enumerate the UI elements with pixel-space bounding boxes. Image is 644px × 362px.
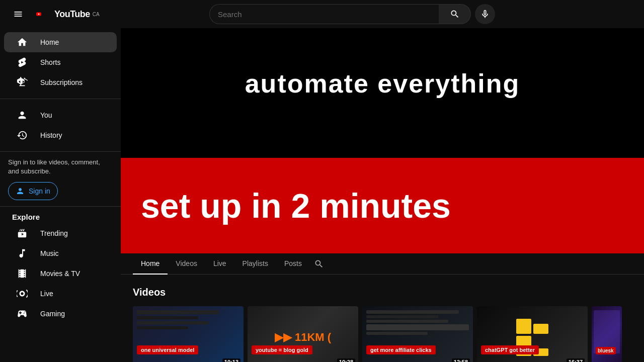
person-icon bbox=[16, 109, 28, 121]
tab-playlists[interactable]: Playlists bbox=[234, 253, 276, 275]
shorts-icon bbox=[16, 56, 28, 68]
videos-section-title: Videos bbox=[133, 287, 632, 298]
youtube-logo[interactable]: YouTubeCA bbox=[36, 9, 100, 20]
tab-videos[interactable]: Videos bbox=[168, 253, 205, 275]
mic-button[interactable] bbox=[475, 4, 495, 24]
video-thumb-2: ▶▶ 11KM ( youtube = blog gold 10:28 bbox=[248, 306, 358, 362]
movies-icon bbox=[16, 267, 28, 280]
sidebar-item-subscriptions[interactable]: Subscriptions bbox=[4, 72, 117, 93]
videos-section: Videos one universal model 10:13 bbox=[121, 275, 644, 362]
video-card-1[interactable]: one universal model 10:13 bbox=[133, 306, 244, 362]
sidebar: Home Shorts Subscriptions You History bbox=[0, 28, 121, 362]
sidebar-item-movies[interactable]: Movies & TV bbox=[4, 263, 117, 284]
sidebar-item-you-label: You bbox=[40, 111, 52, 119]
video-thumb-4: chatGPT got better 16:37 bbox=[477, 306, 588, 362]
sidebar-divider-1 bbox=[0, 99, 121, 99]
sidebar-item-home[interactable]: Home bbox=[4, 32, 117, 52]
search-icon bbox=[450, 9, 460, 19]
signin-button[interactable]: Sign in bbox=[8, 182, 58, 200]
sidebar-item-music[interactable]: Music bbox=[4, 243, 117, 263]
video-badge-3: get more affiliate clicks bbox=[366, 345, 436, 354]
menu-button[interactable] bbox=[8, 4, 28, 24]
hamburger-icon bbox=[13, 9, 23, 19]
video-badge-1: one universal model bbox=[137, 345, 198, 354]
live-icon bbox=[16, 288, 28, 300]
layout: Home Shorts Subscriptions You History bbox=[0, 28, 644, 362]
mic-icon bbox=[480, 9, 490, 19]
video-grid: one universal model 10:13 ▶▶ 11KM ( yout… bbox=[133, 306, 632, 362]
trending-icon bbox=[16, 227, 28, 239]
sidebar-item-history-label: History bbox=[40, 131, 62, 139]
logo-text: YouTube bbox=[54, 9, 90, 20]
video-badge-5: bluesk bbox=[596, 347, 616, 354]
sidebar-item-gaming-label: Gaming bbox=[40, 310, 65, 318]
video-duration-3: 12:58 bbox=[452, 358, 470, 362]
video-thumb-1: one universal model 10:13 bbox=[133, 306, 244, 362]
video-badge-4: chatGPT got better bbox=[481, 345, 539, 354]
sidebar-item-live-label: Live bbox=[40, 290, 53, 298]
tab-live[interactable]: Live bbox=[205, 253, 234, 275]
signin-button-label: Sign in bbox=[29, 187, 50, 195]
sidebar-item-movies-label: Movies & TV bbox=[40, 269, 80, 278]
sidebar-item-gaming[interactable]: Gaming bbox=[4, 304, 117, 324]
sidebar-item-shorts[interactable]: Shorts bbox=[4, 52, 117, 72]
sidebar-item-trending[interactable]: Trending bbox=[4, 223, 117, 243]
tabs-search-icon bbox=[314, 259, 324, 269]
tabs-search-button[interactable] bbox=[314, 259, 324, 269]
sidebar-item-history[interactable]: History bbox=[4, 125, 117, 145]
video-duration-1: 10:13 bbox=[222, 358, 240, 362]
video-duration-2: 10:28 bbox=[337, 358, 355, 362]
banner-red-text: set up in 2 minutes bbox=[141, 189, 451, 223]
video-card-5[interactable]: bluesk bbox=[592, 306, 622, 362]
video-duration-4: 16:37 bbox=[567, 358, 585, 362]
search-input[interactable] bbox=[209, 4, 439, 24]
history-icon bbox=[16, 129, 28, 141]
gaming-icon bbox=[16, 308, 28, 320]
video-badge-2: youtube = blog gold bbox=[252, 345, 312, 354]
sidebar-item-trending-label: Trending bbox=[40, 229, 68, 237]
signin-box: Sign in to like videos, comment, and sub… bbox=[8, 158, 113, 200]
channel-banner[interactable]: automate everything set up in 2 minutes bbox=[121, 28, 644, 253]
search-button[interactable] bbox=[439, 4, 471, 24]
explore-label: Explore bbox=[0, 213, 121, 221]
video-thumb-5: bluesk bbox=[592, 306, 622, 362]
tab-home[interactable]: Home bbox=[133, 253, 168, 275]
signin-person-icon bbox=[16, 187, 25, 196]
video-card-2[interactable]: ▶▶ 11KM ( youtube = blog gold 10:28 bbox=[248, 306, 358, 362]
channel-tabs: Home Videos Live Playlists Posts bbox=[121, 253, 644, 275]
logo-ca: CA bbox=[93, 12, 100, 17]
music-icon bbox=[16, 247, 28, 259]
sidebar-item-music-label: Music bbox=[40, 249, 59, 257]
subscriptions-icon bbox=[16, 76, 28, 88]
sidebar-divider-2 bbox=[0, 151, 121, 152]
youtube-logo-icon bbox=[36, 9, 52, 20]
home-icon bbox=[16, 36, 28, 48]
banner-red-overlay: set up in 2 minutes bbox=[121, 158, 644, 253]
signin-text: Sign in to like videos, comment, and sub… bbox=[8, 158, 100, 175]
topbar: YouTubeCA bbox=[0, 0, 644, 28]
banner-top-text: automate everything bbox=[121, 68, 644, 99]
video-card-4[interactable]: chatGPT got better 16:37 bbox=[477, 306, 588, 362]
sidebar-divider-3 bbox=[0, 206, 121, 207]
topbar-center bbox=[129, 4, 576, 24]
video-inner-text-2: ▶▶ 11KM ( bbox=[275, 331, 331, 344]
sidebar-item-live[interactable]: Live bbox=[4, 284, 117, 304]
sidebar-item-shorts-label: Shorts bbox=[40, 58, 60, 66]
sidebar-item-you[interactable]: You bbox=[4, 105, 117, 125]
video-card-3[interactable]: get more affiliate clicks 12:58 bbox=[362, 306, 473, 362]
sidebar-item-subscriptions-label: Subscriptions bbox=[40, 78, 83, 86]
video-thumb-3: get more affiliate clicks 12:58 bbox=[362, 306, 473, 362]
tab-posts[interactable]: Posts bbox=[276, 253, 310, 275]
sidebar-item-home-label: Home bbox=[40, 38, 59, 46]
main-content: automate everything set up in 2 minutes … bbox=[121, 28, 644, 362]
topbar-left: YouTubeCA bbox=[8, 4, 129, 24]
search-form bbox=[209, 4, 471, 24]
